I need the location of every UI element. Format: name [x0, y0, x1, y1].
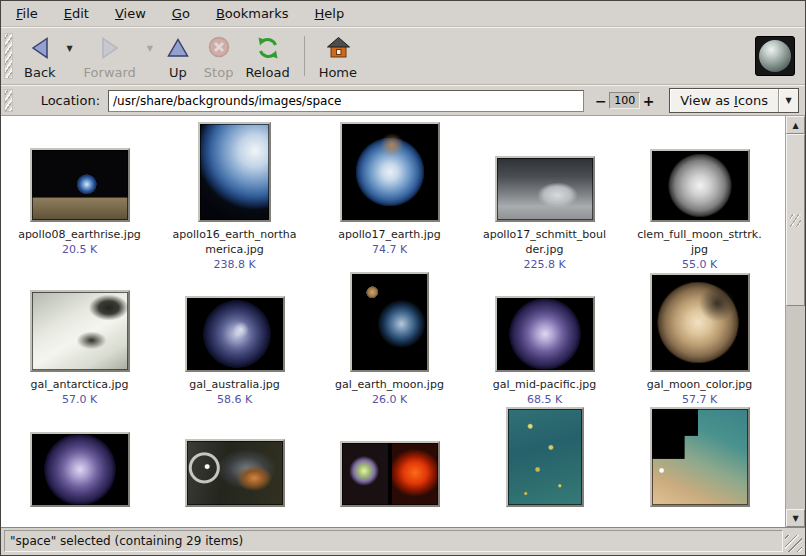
- file-item[interactable]: [2, 407, 157, 512]
- file-size: 20.5 K: [62, 242, 97, 257]
- file-size: 68.5 K: [527, 392, 562, 407]
- file-name: gal_earth_moon.jpg: [335, 377, 444, 392]
- file-size: 57.7 K: [682, 392, 717, 407]
- file-thumbnail[interactable]: [198, 122, 271, 222]
- file-item[interactable]: gal_antarctica.jpg 57.0 K: [2, 272, 157, 407]
- arrow-down-icon: ▼: [792, 514, 798, 523]
- file-thumbnail[interactable]: [30, 290, 130, 372]
- file-item[interactable]: [467, 407, 622, 512]
- file-name: gal_australia.jpg: [189, 377, 280, 392]
- back-history-dropdown[interactable]: ▼: [62, 30, 78, 82]
- file-item[interactable]: clem_full_moon_strtrk. jpg 55.0 K: [622, 122, 777, 272]
- icon-view-pane: apollo08_earthrise.jpg 20.5 K apollo16_e…: [1, 116, 805, 528]
- up-label: Up: [169, 65, 187, 80]
- reload-button[interactable]: Reload: [239, 30, 295, 82]
- menu-edit[interactable]: Edit: [51, 2, 102, 25]
- file-name: apollo17_schmitt_boul der.jpg: [483, 227, 606, 257]
- file-thumbnail[interactable]: [650, 273, 750, 372]
- status-text: "space" selected (containing 29 items): [10, 534, 243, 548]
- location-input[interactable]: [108, 90, 584, 112]
- menu-bar: File Edit View Go Bookmarks Help: [1, 1, 805, 27]
- file-thumbnail[interactable]: [30, 432, 130, 507]
- home-button[interactable]: Home: [313, 30, 363, 82]
- back-label: Back: [24, 65, 56, 80]
- file-item[interactable]: [157, 407, 312, 512]
- location-label: Location:: [41, 93, 100, 108]
- file-thumbnail[interactable]: [340, 441, 440, 507]
- file-item[interactable]: gal_earth_moon.jpg 26.0 K: [312, 272, 467, 407]
- forward-icon: [96, 34, 124, 65]
- stop-icon: [205, 34, 233, 65]
- file-item[interactable]: [312, 407, 467, 512]
- file-item[interactable]: [622, 407, 777, 512]
- scrollbar-grip-icon: [790, 214, 801, 227]
- file-name: gal_mid-pacific.jpg: [493, 377, 596, 392]
- file-size: 225.8 K: [523, 257, 565, 272]
- chevron-down-icon: ▼: [147, 44, 153, 53]
- menu-go[interactable]: Go: [159, 2, 203, 25]
- menu-help[interactable]: Help: [302, 2, 358, 25]
- forward-button: Forward: [78, 30, 142, 82]
- file-name: apollo17_earth.jpg: [338, 227, 441, 242]
- arrow-up-icon: ▲: [792, 121, 798, 130]
- file-thumbnail[interactable]: [340, 122, 440, 222]
- status-bar: "space" selected (containing 29 items): [1, 528, 805, 555]
- back-button[interactable]: Back: [18, 30, 62, 82]
- toolbar-drag-handle[interactable]: [4, 33, 13, 79]
- file-size: 74.7 K: [372, 242, 407, 257]
- file-name: clem_full_moon_strtrk. jpg: [637, 227, 761, 257]
- file-name: gal_moon_color.jpg: [647, 377, 753, 392]
- view-mode-dropdown[interactable]: View as Icons ▼: [669, 88, 799, 113]
- resize-grip[interactable]: [785, 535, 802, 552]
- file-thumbnail[interactable]: [495, 296, 595, 372]
- up-button[interactable]: Up: [158, 30, 198, 82]
- location-bar: Location: − 100 + View as Icons ▼: [1, 85, 805, 116]
- file-name: gal_antarctica.jpg: [30, 377, 128, 392]
- file-item[interactable]: gal_mid-pacific.jpg 68.5 K: [467, 272, 622, 407]
- toolbar-separator: [304, 36, 305, 76]
- file-item[interactable]: gal_australia.jpg 58.6 K: [157, 272, 312, 407]
- zoom-in-button[interactable]: +: [640, 93, 657, 109]
- zoom-out-button[interactable]: −: [592, 93, 609, 109]
- file-item[interactable]: apollo17_schmitt_boul der.jpg 225.8 K: [467, 122, 622, 272]
- zoom-level-indicator[interactable]: 100: [609, 92, 640, 109]
- home-icon: [324, 34, 352, 65]
- file-item[interactable]: gal_moon_color.jpg 57.7 K: [622, 272, 777, 407]
- file-size: 26.0 K: [372, 392, 407, 407]
- file-item[interactable]: apollo17_earth.jpg 74.7 K: [312, 122, 467, 272]
- file-thumbnail[interactable]: [650, 149, 750, 222]
- forward-label: Forward: [84, 65, 136, 80]
- file-thumbnail[interactable]: [495, 156, 595, 222]
- file-size: 238.8 K: [213, 257, 255, 272]
- file-item[interactable]: apollo08_earthrise.jpg 20.5 K: [2, 122, 157, 272]
- menu-view[interactable]: View: [102, 2, 159, 25]
- stop-label: Stop: [204, 65, 234, 80]
- chevron-down-icon: ▼: [778, 89, 798, 112]
- home-label: Home: [319, 65, 357, 80]
- file-thumbnail[interactable]: [185, 439, 285, 507]
- back-icon: [26, 34, 54, 65]
- file-item[interactable]: apollo16_earth_northa merica.jpg 238.8 K: [157, 122, 312, 272]
- scroll-down-button[interactable]: ▼: [786, 509, 805, 527]
- scrollbar-track[interactable]: [786, 306, 805, 509]
- menu-bookmarks[interactable]: Bookmarks: [203, 2, 302, 25]
- file-thumbnail[interactable]: [185, 296, 285, 372]
- chevron-down-icon: ▼: [66, 44, 72, 53]
- reload-icon: [254, 34, 282, 65]
- file-size: 58.6 K: [217, 392, 252, 407]
- up-icon: [164, 34, 192, 65]
- file-thumbnail[interactable]: [30, 148, 130, 222]
- file-size: 57.0 K: [62, 392, 97, 407]
- location-bar-drag-handle[interactable]: [4, 89, 13, 112]
- file-thumbnail[interactable]: [506, 407, 584, 507]
- scrollbar-thumb[interactable]: [786, 134, 805, 306]
- reload-label: Reload: [245, 65, 289, 80]
- file-thumbnail[interactable]: [350, 272, 429, 372]
- file-name: apollo08_earthrise.jpg: [18, 227, 141, 242]
- forward-history-dropdown: ▼: [142, 30, 158, 82]
- vertical-scrollbar: ▲ ▼: [785, 116, 805, 527]
- menu-file[interactable]: File: [3, 2, 51, 25]
- file-thumbnail[interactable]: [650, 407, 750, 507]
- scroll-up-button[interactable]: ▲: [786, 116, 805, 134]
- file-size: 55.0 K: [682, 257, 717, 272]
